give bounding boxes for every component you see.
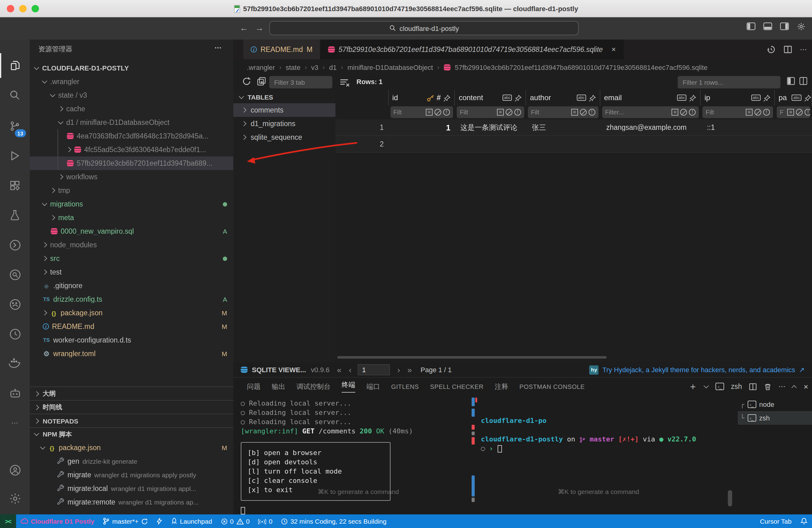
toggle-right-panel-icon[interactable] [780, 22, 789, 30]
horizontal-scrollbar[interactable] [337, 356, 607, 359]
promo-link[interactable]: hy Try Hydejack, a Jekyll theme for hack… [590, 365, 804, 374]
last-page-icon[interactable]: » [408, 365, 412, 374]
run-debug-icon[interactable] [0, 144, 30, 168]
toggle-bottom-panel-icon[interactable] [763, 22, 772, 30]
terminal-session-node[interactable]: ┌›_node [738, 397, 812, 411]
cloudflare-status-item[interactable]: Cloudflare D1 Postly [16, 514, 98, 528]
npm-package-json[interactable]: {}package.jsonM [30, 441, 233, 454]
filter-exclude-icon[interactable] [681, 109, 687, 116]
grid-column-header[interactable]: authorabc [526, 90, 600, 106]
filter-tables-input[interactable]: Filter 3 tab [269, 76, 332, 88]
column-filter-input[interactable]: Filt≡! [390, 106, 453, 118]
coding-time-status[interactable]: 32 mins Coding, 22 secs Building [277, 514, 391, 528]
editor-more-actions-icon[interactable]: ⋯ [800, 45, 807, 54]
panel-tab-输出[interactable]: 输出 [272, 382, 285, 391]
breadcrumb-item[interactable]: state [286, 63, 301, 71]
command-center-search[interactable]: cloudflare-d1-postly [269, 21, 579, 35]
filter-strict-icon[interactable]: ! [689, 109, 696, 116]
cell[interactable]: ::1 [702, 124, 776, 131]
filter-mode-icon[interactable]: ≡ [426, 109, 433, 116]
tree-item[interactable]: 0000_new_vampiro.sqlA [30, 224, 233, 238]
prev-page-icon[interactable]: ‹ [349, 365, 351, 374]
ports-button[interactable]: 0 [254, 514, 277, 528]
breadcrumb[interactable]: .wrangler›state›v3›d1›miniflare-D1Databa… [247, 59, 804, 75]
cursor-tab-status[interactable]: Cursor Tab [756, 514, 796, 528]
new-table-icon[interactable] [257, 77, 266, 86]
filter-strict-icon[interactable]: ! [514, 109, 521, 116]
sidebar-section-header[interactable]: 大纲 [30, 387, 233, 400]
grid-column-header[interactable]: ipabc [701, 90, 775, 106]
table-row[interactable]: 11这是一条测试评论张三zhangsan@example.com::1 [335, 119, 812, 136]
filter-rows-input[interactable]: Filter 1 rows... [678, 76, 780, 88]
rows-layout-icon[interactable] [799, 77, 808, 85]
next-page-icon[interactable]: › [397, 365, 400, 374]
close-tab-icon[interactable]: × [611, 45, 616, 54]
filter-strict-icon[interactable]: ! [804, 109, 810, 116]
go-back-button[interactable]: ← [240, 23, 248, 33]
account-icon[interactable] [0, 457, 30, 482]
panel-more-actions-icon[interactable]: ⋯ [779, 382, 786, 391]
tree-item[interactable]: 4ea70363fbd7c3df84648c137b28d945a... [30, 129, 233, 143]
close-panel-icon[interactable]: × [804, 382, 808, 391]
tree-item[interactable]: ◆.gitignore [30, 279, 233, 292]
tree-item[interactable]: cache [30, 102, 233, 116]
tab-sqlite[interactable]: 57fb29910e3cb6b7201eef11d3947ba68901010d… [321, 40, 624, 59]
layout-settings-gear-icon[interactable] [797, 22, 806, 31]
filter-exclude-icon[interactable] [580, 109, 586, 116]
sidebar-section-header[interactable]: NOTEPADS [30, 413, 233, 427]
tree-item[interactable]: test [30, 265, 233, 279]
tree-item[interactable]: TSdrizzle.config.tsA [30, 292, 233, 306]
robot-icon[interactable] [0, 381, 30, 406]
live-share-icon[interactable] [0, 262, 30, 287]
source-control-icon[interactable]: 13 [0, 114, 30, 138]
clear-filters-icon[interactable] [340, 78, 350, 87]
panel-tab-问题[interactable]: 问题 [247, 382, 261, 391]
table-row[interactable]: 2 [335, 136, 812, 153]
panel-tab-调试控制台[interactable]: 调试控制台 [296, 382, 331, 391]
filter-exclude-icon[interactable] [434, 109, 441, 116]
docker-icon[interactable] [0, 350, 30, 375]
sidebar-section-header[interactable]: 时间线 [30, 400, 233, 413]
breadcrumb-item[interactable]: d1 [329, 63, 337, 71]
grid-column-header[interactable]: emailabc [600, 90, 701, 106]
filter-mode-icon[interactable]: ≡ [672, 109, 679, 116]
terminal-scrollbar[interactable] [728, 490, 732, 507]
explorer-icon[interactable] [0, 53, 30, 78]
split-editor-icon[interactable] [783, 45, 792, 54]
search-icon[interactable] [0, 83, 30, 108]
npm-script-item[interactable]: gendrizzle-kit generate [30, 454, 233, 468]
column-filter-input[interactable]: Filt≡! [703, 106, 773, 118]
cell[interactable]: 1 [389, 123, 455, 132]
sidebar-section-header[interactable]: NPM 脚本 [30, 427, 233, 441]
panel-tab-端口[interactable]: 端口 [366, 382, 380, 391]
terminal-pane-right[interactable]: cloudflare-d1-po cloudflare-d1-postly on… [481, 399, 716, 453]
panel-tab-POSTMAN CONSOLE[interactable]: POSTMAN CONSOLE [519, 383, 584, 390]
tables-header[interactable]: TABLES [233, 90, 335, 103]
grid-column-header[interactable]: id# [388, 90, 455, 106]
problems-button[interactable]: 0 0 [216, 514, 254, 528]
column-filter-input[interactable]: Filt≡! [528, 106, 598, 118]
terminal-session-zsh[interactable]: └›_zsh [738, 411, 812, 425]
column-filter-input[interactable]: Filter...≡! [602, 106, 699, 118]
grid-column-header[interactable]: paabc [775, 90, 812, 106]
breadcrumb-item[interactable]: .wrangler [247, 63, 275, 71]
lightning-status-icon[interactable] [152, 514, 166, 528]
tree-item[interactable]: migrations [30, 197, 233, 211]
split-terminal-icon[interactable] [749, 382, 757, 390]
tree-item[interactable]: meta [30, 211, 233, 224]
explorer-more-actions-icon[interactable]: ⋯ [215, 43, 222, 52]
column-filter-input[interactable]: Filt≡! [457, 106, 524, 118]
kill-terminal-trash-icon[interactable] [764, 382, 772, 390]
tree-item[interactable]: tmp [30, 184, 233, 197]
tree-item[interactable]: .wrangler [30, 75, 233, 88]
testing-icon[interactable] [0, 203, 30, 227]
tree-item[interactable]: TSworker-configuration.d.ts [30, 333, 233, 347]
tree-item[interactable]: {}package.jsonM [30, 306, 233, 320]
toggle-left-panel-icon[interactable] [746, 22, 756, 30]
cell[interactable]: zhangsan@example.com [601, 124, 702, 131]
tree-item[interactable]: workflows [30, 170, 233, 184]
tree-item[interactable]: src [30, 252, 233, 265]
history-circle-icon[interactable] [0, 321, 30, 346]
tree-item[interactable]: d1 / miniflare-D1DatabaseObject [30, 116, 233, 129]
terminal-profile-label[interactable]: zsh [731, 383, 742, 390]
